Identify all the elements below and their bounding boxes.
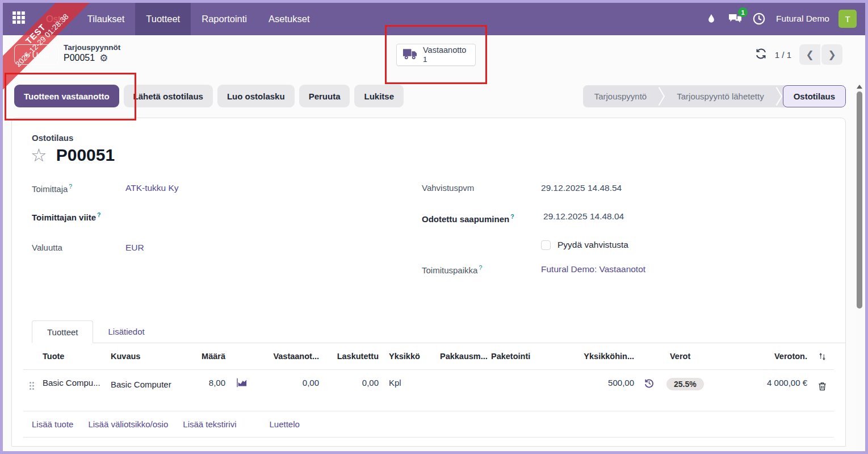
odoo-purchase-order-page: Osto Tilaukset Tuotteet Raportointi Aset… <box>0 0 868 454</box>
action-gear-icon[interactable]: ⚙ <box>99 53 108 63</box>
tab-other-info[interactable]: Lisätiedot <box>93 320 159 343</box>
status-step-purchase-order[interactable]: Ostotilaus <box>783 85 846 107</box>
cell-quantity[interactable]: 8,00 <box>185 378 228 388</box>
navbar-item-tilaukset[interactable]: Tilaukset <box>77 2 135 35</box>
col-packaging-qty[interactable]: Pakkausm... <box>438 352 489 361</box>
col-received[interactable]: Vastaanot... <box>256 352 321 361</box>
tab-products[interactable]: Tuotteet <box>32 320 93 343</box>
expected-arrival-field[interactable]: 29.12.2025 14.48.04 <box>541 210 624 227</box>
create-bill-button[interactable]: Luo ostolasku <box>217 85 295 107</box>
receive-products-button[interactable]: Tuotteen vastaanotto <box>14 85 119 107</box>
col-untaxed[interactable]: Veroton. <box>719 352 810 361</box>
notebook-tabs: Tuotteet Lisätiedot <box>32 320 845 343</box>
table-header-row: Tuote Kuvaus Määrä Vastaanot... Laskutet… <box>23 343 834 370</box>
messages-icon[interactable]: 1 <box>725 9 745 29</box>
status-step-rfq-sent[interactable]: Tarjouspyyntö lähetetty <box>665 85 775 107</box>
pager: 1 / 1 ❮ ❯ <box>755 44 842 65</box>
cell-received[interactable]: 0,00 <box>256 378 321 388</box>
activities-clock-icon[interactable] <box>749 9 769 29</box>
supplier-label: Toimittaja? <box>32 182 125 198</box>
help-icon: ? <box>69 183 72 190</box>
apps-grid-icon <box>11 10 26 27</box>
vendor-reference-label: Toimittajan viite? <box>32 210 101 226</box>
cell-description[interactable]: Basic Computer <box>108 378 185 391</box>
col-unit-price[interactable]: Yksikköhin... <box>540 352 636 361</box>
cell-product[interactable]: Basic Compu... <box>40 378 108 388</box>
delete-line-trash-icon[interactable] <box>810 378 835 391</box>
tax-badge[interactable]: 25.5% <box>666 378 704 390</box>
status-step-rfq[interactable]: Tarjouspyyntö <box>583 85 659 107</box>
navbar-left: Osto Tilaukset Tuotteet Raportointi Aset… <box>2 2 320 35</box>
col-quantity[interactable]: Määrä <box>185 352 228 361</box>
currency-field[interactable]: EUR <box>125 241 144 257</box>
avatar[interactable]: T <box>838 10 857 28</box>
help-icon: ? <box>97 211 100 218</box>
currency-label: Valuutta <box>32 241 125 257</box>
supplier-field[interactable]: ATK-tukku Ky <box>125 182 179 198</box>
receipt-smart-button[interactable]: Vastaanotto 1 <box>396 44 476 66</box>
cell-untaxed: 4 000,00 € <box>719 378 810 388</box>
col-packaging[interactable]: Paketointi <box>489 352 540 361</box>
scrollbar-up-arrow[interactable] <box>857 85 862 89</box>
apps-menu-button[interactable] <box>2 2 35 35</box>
send-po-button[interactable]: Lähetä ostotilaus <box>124 85 213 107</box>
cell-unit-price[interactable]: 500,00 <box>540 378 636 388</box>
navbar-item-raportointi[interactable]: Raportointi <box>191 2 258 35</box>
table-footer-links: Lisää tuote Lisää väliotsikko/osio Lisää… <box>23 411 834 438</box>
add-product-link[interactable]: Lisää tuote <box>32 419 73 429</box>
user-menu[interactable]: Futural Demo <box>776 14 829 24</box>
confirmation-date-field[interactable]: 29.12.2025 14.48.54 <box>541 182 622 198</box>
add-section-link[interactable]: Lisää väliotsikko/osio <box>88 419 168 429</box>
col-taxes[interactable]: Verot <box>662 352 719 361</box>
help-icon: ? <box>510 213 514 220</box>
col-uom[interactable]: Yksikkö <box>381 352 438 361</box>
col-billed[interactable]: Laskutettu <box>321 352 381 361</box>
smart-button-label: Vastaanotto <box>423 45 466 55</box>
navbar-app-name[interactable]: Osto <box>35 2 77 35</box>
top-navbar: Osto Tilaukset Tuotteet Raportointi Aset… <box>2 2 866 35</box>
droplet-icon[interactable] <box>701 9 722 29</box>
expected-arrival-label: Odotettu saapuminen? <box>422 210 541 227</box>
cell-uom[interactable]: Kpl <box>381 378 438 388</box>
pager-count: 1 / 1 <box>775 50 791 60</box>
chevron-divider-icon <box>658 85 665 107</box>
optional-columns-icon[interactable] <box>810 352 835 361</box>
smart-button-count: 1 <box>423 55 466 64</box>
breadcrumb-parent[interactable]: Tarjouspyynnöt <box>64 43 120 52</box>
refresh-icon[interactable] <box>755 48 767 62</box>
ask-confirmation-label: Pyydä vahvistusta <box>557 240 628 250</box>
breadcrumb: Tarjouspyynnöt P00051 ⚙ <box>64 43 120 63</box>
chevron-divider-icon <box>775 85 783 107</box>
forecast-chart-icon[interactable] <box>228 378 256 388</box>
action-button-row: Tuotteen vastaanotto Lähetä ostotilaus L… <box>14 85 404 107</box>
lock-button[interactable]: Lukitse <box>354 85 404 107</box>
pager-next-button[interactable]: ❯ <box>821 44 842 65</box>
record-title: P00051 <box>56 145 115 165</box>
navbar-item-asetukset[interactable]: Asetukset <box>258 2 320 35</box>
drag-handle-icon[interactable] <box>23 378 40 390</box>
messages-badge: 1 <box>738 7 748 17</box>
cell-billed[interactable]: 0,00 <box>321 378 381 388</box>
price-history-icon[interactable] <box>636 378 662 389</box>
form-sheet: Ostotilaus ☆ P00051 Toimittaja? ATK-tukk… <box>11 118 846 447</box>
truck-icon <box>402 48 418 63</box>
help-icon: ? <box>479 264 482 271</box>
plus-icon: + <box>24 50 30 60</box>
form-fields: Toimittaja? ATK-tukku Ky Toimittajan vii… <box>32 182 825 291</box>
scrollbar-thumb[interactable] <box>857 91 862 309</box>
navbar-item-tuotteet[interactable]: Tuotteet <box>135 2 191 35</box>
status-bar: Tarjouspyyntö Tarjouspyyntö lähetetty Os… <box>583 85 846 107</box>
add-note-link[interactable]: Lisää tekstirivi <box>183 419 236 429</box>
catalog-link[interactable]: Luettelo <box>270 419 300 429</box>
order-line-row[interactable]: Basic Compu... Basic Computer 8,00 0,00 … <box>23 370 834 411</box>
col-description[interactable]: Kuvaus <box>108 352 185 361</box>
ask-confirmation-checkbox[interactable] <box>541 240 551 250</box>
new-record-button[interactable]: + Uusi <box>14 44 59 65</box>
favorite-star-icon[interactable]: ☆ <box>31 146 47 164</box>
pager-previous-button[interactable]: ❮ <box>799 44 820 65</box>
vertical-scrollbar[interactable] <box>856 82 863 449</box>
col-product[interactable]: Tuote <box>40 352 108 361</box>
deliver-to-label: Toimituspaikka? <box>422 263 541 279</box>
deliver-to-field[interactable]: Futural Demo: Vastaanotot <box>541 263 645 279</box>
cancel-button[interactable]: Peruuta <box>299 85 350 107</box>
